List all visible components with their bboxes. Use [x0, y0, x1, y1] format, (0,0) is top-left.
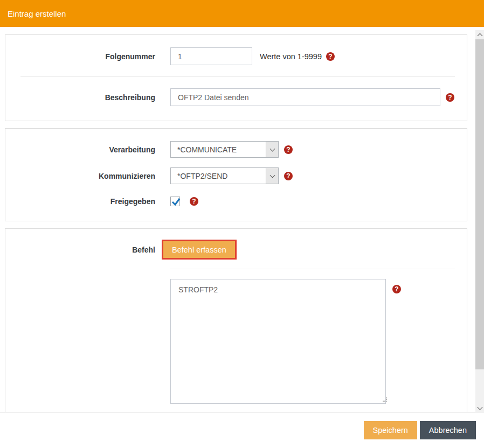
panel-command: Befehl Befehl erfassen STROFTP2 ?: [5, 228, 467, 412]
befehl-erfassen-button[interactable]: Befehl erfassen: [163, 241, 235, 258]
kommunizieren-selected-value: *OFTP2/SEND: [171, 168, 266, 184]
scrollbar-thumb[interactable]: [475, 39, 484, 369]
kommunizieren-row: Kommunizieren *OFTP2/SEND ?: [20, 167, 456, 184]
verarbeitung-selected-value: *COMMUNICATE: [171, 142, 266, 157]
check-icon: [171, 197, 182, 207]
chevron-down-icon[interactable]: [266, 142, 278, 157]
freigegeben-checkbox[interactable]: [170, 197, 180, 206]
verarbeitung-label: Verarbeitung: [20, 145, 155, 154]
dialog-header: Eintrag erstellen: [0, 0, 484, 27]
help-icon[interactable]: ?: [326, 52, 335, 61]
vertical-scrollbar[interactable]: [475, 30, 484, 412]
verarbeitung-row: Verarbeitung *COMMUNICATE ?: [20, 141, 456, 158]
chevron-down-icon[interactable]: [266, 168, 278, 184]
freigegeben-label: Freigegeben: [20, 197, 155, 206]
folgenummer-row: Folgenummer Werte von 1-9999 ?: [20, 47, 456, 65]
divider: [20, 76, 455, 77]
cancel-button[interactable]: Abbrechen: [420, 421, 476, 439]
kommunizieren-label: Kommunizieren: [20, 172, 155, 180]
help-icon[interactable]: ?: [392, 285, 401, 293]
help-icon[interactable]: ?: [446, 93, 454, 102]
panel-identification: Folgenummer Werte von 1-9999 ? Beschreib…: [5, 34, 467, 121]
folgenummer-hint: Werte von 1-9999: [260, 52, 322, 61]
divider: [170, 269, 455, 269]
freigegeben-row: Freigegeben ?: [20, 197, 456, 206]
beschreibung-label: Beschreibung: [20, 93, 155, 102]
save-button[interactable]: Speichern: [364, 421, 417, 439]
command-textarea-row: STROFTP2 ?: [20, 279, 456, 404]
beschreibung-input[interactable]: [170, 88, 440, 106]
command-textarea[interactable]: STROFTP2: [170, 279, 386, 404]
verarbeitung-select[interactable]: *COMMUNICATE: [170, 141, 279, 158]
dialog-footer: Speichern Abbrechen: [0, 412, 484, 448]
help-icon[interactable]: ?: [284, 172, 293, 180]
panel-processing: Verarbeitung *COMMUNICATE ? Kommuniziere…: [5, 128, 467, 221]
dialog-title: Eintrag erstellen: [8, 9, 66, 18]
help-icon[interactable]: ?: [190, 197, 198, 206]
scroll-down-icon[interactable]: [475, 403, 484, 412]
beschreibung-row: Beschreibung ?: [20, 88, 456, 106]
help-icon[interactable]: ?: [284, 145, 293, 154]
folgenummer-label: Folgenummer: [20, 52, 155, 61]
dialog-body: Folgenummer Werte von 1-9999 ? Beschreib…: [0, 27, 475, 412]
befehl-label: Befehl: [20, 246, 155, 254]
befehl-row: Befehl Befehl erfassen: [20, 241, 456, 258]
kommunizieren-select[interactable]: *OFTP2/SEND: [170, 167, 279, 184]
scroll-up-icon[interactable]: [475, 30, 484, 39]
folgenummer-input[interactable]: [170, 47, 252, 65]
